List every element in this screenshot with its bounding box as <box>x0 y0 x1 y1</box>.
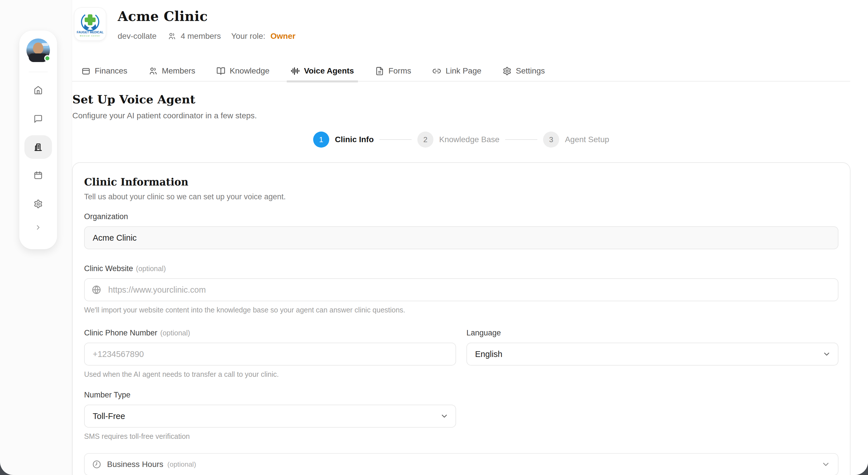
phone-helper: Used when the AI agent needs to transfer… <box>84 370 456 379</box>
app-window: FAUGET MEDICAL Medical Center Acme Clini… <box>0 0 868 475</box>
floating-sidebar <box>19 30 57 249</box>
tab-link-page[interactable]: Link Page <box>432 61 482 81</box>
website-label: Clinic Website(optional) <box>84 264 838 273</box>
members-icon <box>168 32 176 40</box>
chevron-down-icon <box>440 412 448 420</box>
page-subtitle: Configure your AI patient coordinator in… <box>72 111 257 120</box>
clock-icon <box>92 460 101 469</box>
number-type-select[interactable]: Toll-Free <box>84 405 456 427</box>
sidebar-expand-button[interactable] <box>34 224 42 232</box>
setup-stepper: 1 Clinic Info 2 Knowledge Base 3 Agent S… <box>72 131 850 148</box>
tab-finances[interactable]: Finances <box>82 61 127 81</box>
number-type-helper: SMS requires toll-free verification <box>84 432 456 441</box>
language-select[interactable]: English <box>466 343 838 365</box>
avatar[interactable] <box>26 38 50 62</box>
phone-label: Clinic Phone Number(optional) <box>84 329 456 337</box>
chevron-down-icon <box>821 460 830 469</box>
step-clinic-info[interactable]: 1 Clinic Info <box>313 131 374 148</box>
globe-icon <box>92 285 101 295</box>
sidebar-item-calendar[interactable] <box>24 163 52 187</box>
step-connector <box>379 139 412 140</box>
forms-icon <box>375 67 384 76</box>
calendar-icon <box>34 171 43 180</box>
role-value: Owner <box>270 32 296 41</box>
svg-text:Medical Center: Medical Center <box>80 35 100 37</box>
organization-input[interactable] <box>84 226 838 249</box>
page-title: Set Up Voice Agent <box>72 92 257 106</box>
website-input[interactable] <box>84 278 838 301</box>
clinic-logo: FAUGET MEDICAL Medical Center <box>74 7 106 41</box>
members-icon <box>149 67 158 76</box>
tab-forms[interactable]: Forms <box>375 61 411 81</box>
chevron-right-icon <box>34 224 42 231</box>
voice-agents-icon <box>291 67 300 76</box>
language-label: Language <box>466 329 838 337</box>
tab-settings[interactable]: Settings <box>503 61 545 81</box>
organization-label: Organization <box>84 212 838 221</box>
step-knowledge-base[interactable]: 2 Knowledge Base <box>417 131 499 148</box>
org-header: FAUGET MEDICAL Medical Center Acme Clini… <box>74 7 296 41</box>
chat-icon <box>34 114 43 123</box>
step-connector <box>505 139 537 140</box>
sidebar-item-settings[interactable] <box>24 191 52 216</box>
members-count: 4 members <box>181 32 221 41</box>
number-type-label: Number Type <box>84 391 456 399</box>
card-title: Clinic Information <box>84 176 838 188</box>
org-tabbar: Finances Members Knowledge Voice Agents <box>72 61 850 82</box>
tab-knowledge[interactable]: Knowledge <box>216 61 270 81</box>
business-hours-toggle[interactable]: Business Hours (optional) <box>84 453 838 475</box>
business-hours-label: Business Hours <box>107 460 163 469</box>
phone-input[interactable] <box>84 343 456 365</box>
sidebar-item-home[interactable] <box>24 78 52 102</box>
workspace-name: dev-collate <box>118 32 156 41</box>
org-name: Acme Clinic <box>118 9 296 24</box>
finances-icon <box>82 67 90 76</box>
website-helper: We'll import your website content into t… <box>84 306 838 314</box>
clinic-building-icon <box>34 143 43 152</box>
sidebar-divider <box>29 72 48 72</box>
settings-icon <box>503 67 512 76</box>
tab-members[interactable]: Members <box>149 61 195 81</box>
knowledge-icon <box>216 67 225 76</box>
main-content: FAUGET MEDICAL Medical Center Acme Clini… <box>72 0 868 475</box>
card-subtitle: Tell us about your clinic so we can set … <box>84 192 838 201</box>
home-icon <box>34 86 43 95</box>
settings-icon <box>34 199 43 208</box>
clinic-information-card: Clinic Information Tell us about your cl… <box>72 162 850 475</box>
svg-text:FAUGET MEDICAL: FAUGET MEDICAL <box>76 30 104 34</box>
link-page-icon <box>432 67 441 76</box>
tab-voice-agents[interactable]: Voice Agents <box>291 61 354 81</box>
step-agent-setup[interactable]: 3 Agent Setup <box>543 131 609 148</box>
sidebar-item-messages[interactable] <box>24 107 52 131</box>
role-label: Your role: <box>231 32 265 41</box>
sidebar-item-clinic[interactable] <box>24 135 52 159</box>
chevron-down-icon <box>823 350 831 358</box>
online-status-dot <box>44 55 51 61</box>
